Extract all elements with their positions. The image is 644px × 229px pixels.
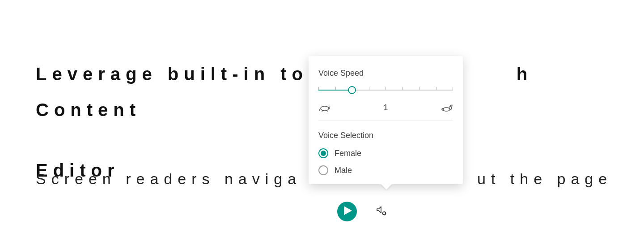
voice-option-female[interactable]: Female xyxy=(318,148,453,158)
heading-line1-prefix: Leverage built-in tool xyxy=(36,64,335,84)
body-prefix: Screen readers naviga xyxy=(36,170,301,187)
radio-icon xyxy=(318,165,328,175)
audio-settings-icon xyxy=(376,205,387,218)
voice-settings-popover: Voice Speed 1 xyxy=(309,56,463,184)
voice-speed-slider[interactable] xyxy=(318,86,453,99)
svg-marker-4 xyxy=(344,206,352,215)
voice-selection-label: Voice Selection xyxy=(318,131,453,140)
slider-thumb[interactable] xyxy=(348,86,356,94)
rabbit-icon xyxy=(441,104,453,112)
voice-speed-label: Voice Speed xyxy=(318,69,453,78)
slider-fill xyxy=(318,90,352,91)
radio-label: Male xyxy=(335,166,352,175)
play-button[interactable] xyxy=(337,202,357,221)
voice-speed-value: 1 xyxy=(383,103,388,112)
play-icon xyxy=(343,206,352,217)
radio-label: Female xyxy=(335,149,361,158)
radio-icon xyxy=(318,148,328,158)
audio-settings-button[interactable] xyxy=(375,205,388,218)
svg-point-2 xyxy=(449,107,452,109)
svg-point-0 xyxy=(321,106,329,111)
turtle-icon xyxy=(318,104,331,112)
voice-selection-group: FemaleMale xyxy=(318,148,453,175)
body-suffix: ut the page xyxy=(477,170,612,187)
voice-option-male[interactable]: Male xyxy=(318,165,453,175)
